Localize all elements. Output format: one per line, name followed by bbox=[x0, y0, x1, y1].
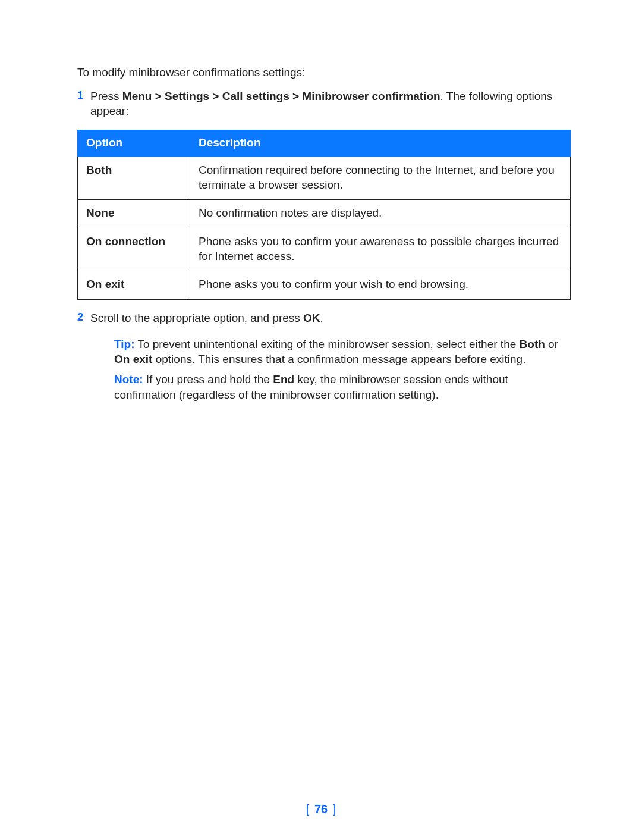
page-number: 76 bbox=[313, 803, 329, 816]
step1-prefix: Press bbox=[90, 90, 122, 102]
option-name: Both bbox=[78, 156, 190, 199]
step-number: 2 bbox=[77, 311, 90, 324]
tip-label: Tip: bbox=[114, 338, 134, 350]
note-key: End bbox=[273, 373, 294, 385]
step2-a: Scroll to the appropriate option, and pr… bbox=[90, 312, 303, 324]
step-number: 1 bbox=[77, 89, 90, 102]
option-description: Phone asks you to confirm your wish to e… bbox=[190, 271, 571, 300]
header-description: Description bbox=[190, 130, 571, 156]
option-description: Phone asks you to confirm your awareness… bbox=[190, 228, 571, 271]
tip-b: or bbox=[545, 338, 558, 350]
tip-opt-both: Both bbox=[520, 338, 545, 350]
option-name: None bbox=[78, 200, 190, 228]
options-table: Option Description Both Confirmation req… bbox=[77, 130, 571, 300]
manual-page: To modify minibrowser confirmations sett… bbox=[0, 0, 642, 840]
footer-lb: [ bbox=[306, 803, 313, 816]
option-description: No confirmation notes are displayed. bbox=[190, 200, 571, 228]
tip-c: options. This ensures that a confirmatio… bbox=[152, 353, 525, 365]
intro-text: To modify minibrowser confirmations sett… bbox=[77, 65, 571, 80]
step2-c: . bbox=[320, 312, 323, 324]
table-row: On connection Phone asks you to confirm … bbox=[78, 228, 571, 271]
option-description: Confirmation required before connecting … bbox=[190, 156, 571, 199]
option-name: On connection bbox=[78, 228, 190, 271]
option-name: On exit bbox=[78, 271, 190, 300]
tip-opt-onexit: On exit bbox=[114, 353, 152, 365]
tip-a: To prevent unintentional exiting of the … bbox=[134, 338, 519, 350]
table-row: Both Confirmation required before connec… bbox=[78, 156, 571, 199]
step-1: 1 Press Menu > Settings > Call settings … bbox=[77, 89, 571, 119]
menu-path: Menu > Settings > Call settings > Minibr… bbox=[122, 90, 440, 102]
step2-key: OK bbox=[303, 312, 320, 324]
table-row: On exit Phone asks you to confirm your w… bbox=[78, 271, 571, 300]
step-1-body: Press Menu > Settings > Call settings > … bbox=[90, 89, 571, 119]
table-header-row: Option Description bbox=[78, 130, 571, 156]
note-block: Note: If you press and hold the End key,… bbox=[114, 372, 571, 402]
step-2-body: Scroll to the appropriate option, and pr… bbox=[90, 311, 323, 326]
table-row: None No confirmation notes are displayed… bbox=[78, 200, 571, 228]
header-option: Option bbox=[78, 130, 190, 156]
page-footer: [ 76 ] bbox=[0, 803, 642, 816]
note-label: Note: bbox=[114, 373, 143, 385]
step-2: 2 Scroll to the appropriate option, and … bbox=[77, 311, 571, 326]
tip-block: Tip: To prevent unintentional exiting of… bbox=[114, 337, 571, 367]
footer-rb: ] bbox=[329, 803, 336, 816]
note-a: If you press and hold the bbox=[143, 373, 273, 385]
